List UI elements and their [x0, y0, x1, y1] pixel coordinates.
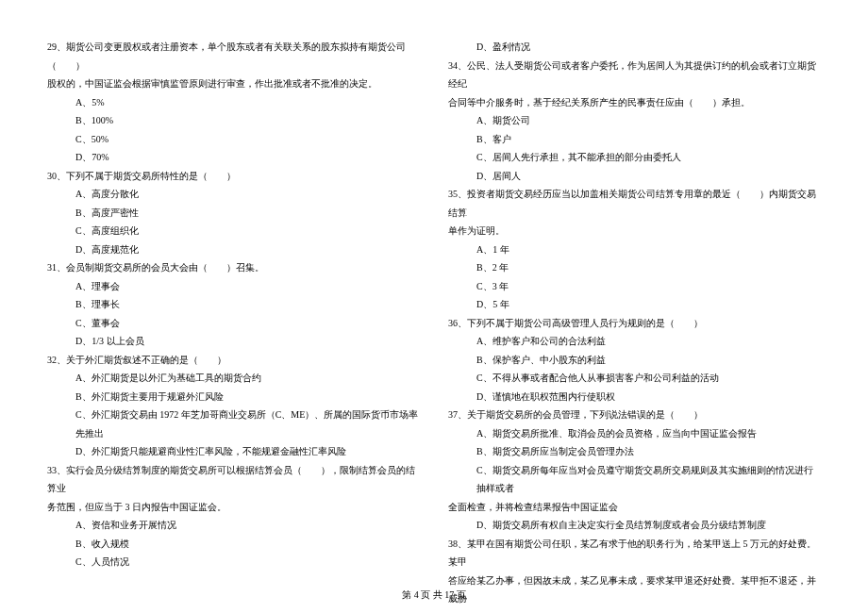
q35-opt-c: C、3 年 [448, 277, 821, 296]
q29-opt-d: D、70% [47, 148, 420, 167]
left-column: 29、期货公司变更股权或者注册资本，单个股东或者有关联关系的股东拟持有期货公司（… [47, 38, 420, 608]
q37-opt-a: A、期货交易所批准、取消会员的会员资格，应当向中国证监会报告 [448, 424, 821, 443]
q34-opt-d: D、居间人 [448, 167, 821, 186]
q30-opt-c: C、高度组织化 [47, 222, 420, 240]
q35-opt-b: B、2 年 [448, 258, 821, 277]
q35-opt-a: A、1 年 [448, 240, 821, 259]
q29-opt-b: B、100% [47, 111, 420, 130]
q29-line2: 股权的，中国证监会根据审慎监管原则进行审查，作出批准或者不批准的决定。 [47, 75, 420, 93]
q33-line2: 务范围，但应当于 3 日内报告中国证监会。 [47, 498, 420, 517]
q33-opt-b: B、收入规模 [47, 535, 420, 554]
q34-opt-c: C、居间人先行承担，其不能承担的部分由委托人 [448, 148, 821, 167]
q32-line1: 32、关于外汇期货叙述不正确的是（ ） [47, 351, 420, 370]
q36-opt-c: C、不得从事或者配合他人从事损害客户和公司利益的活动 [448, 369, 821, 388]
q30-opt-d: D、高度规范化 [47, 240, 420, 259]
q34-line1: 34、公民、法人受期货公司或者客户委托，作为居间人为其提供订约的机会或者订立期货… [448, 57, 821, 93]
page-footer: 第 4 页 共 17 页 [0, 588, 868, 602]
q31-opt-b: B、理事长 [47, 295, 420, 314]
q30-opt-b: B、高度严密性 [47, 204, 420, 223]
document-columns: 29、期货公司变更股权或者注册资本，单个股东或者有关联关系的股东拟持有期货公司（… [47, 38, 821, 608]
q37-opt-b: B、期货交易所应当制定会员管理办法 [448, 442, 821, 461]
q33-line1: 33、实行会员分级结算制度的期货交易所可以根据结算会员（ ），限制结算会员的结算… [47, 461, 420, 498]
q37-opt-c2: 全面检查，并将检查结果报告中国证监会 [448, 498, 821, 517]
q34-line2: 合同等中介服务时，基于经纪关系所产生的民事责任应由（ ）承担。 [448, 93, 821, 112]
q32-opt-d: D、外汇期货只能规避商业性汇率风险，不能规避金融性汇率风险 [47, 442, 420, 461]
q29-opt-a: A、5% [47, 93, 420, 112]
q33-opt-a: A、资信和业务开展情况 [47, 516, 420, 535]
q35-line2: 单作为证明。 [448, 222, 821, 240]
q31-opt-c: C、董事会 [47, 314, 420, 333]
q31-opt-a: A、理事会 [47, 277, 420, 296]
q36-opt-b: B、保护客户、中小股东的利益 [448, 351, 821, 370]
q37-line1: 37、关于期货交易所的会员管理，下列说法错误的是（ ） [448, 406, 821, 424]
q30-line1: 30、下列不属于期货交易所特性的是（ ） [47, 167, 420, 186]
q29-line1: 29、期货公司变更股权或者注册资本，单个股东或者有关联关系的股东拟持有期货公司（… [47, 38, 420, 75]
q37-opt-d: D、期货交易所有权自主决定实行全员结算制度或者会员分级结算制度 [448, 516, 821, 535]
q33-opt-c: C、人员情况 [47, 553, 420, 572]
q35-line1: 35、投资者期货交易经历应当以加盖相关期货公司结算专用章的最近（ ）内期货交易结… [448, 185, 821, 222]
q35-opt-d: D、5 年 [448, 295, 821, 314]
q32-opt-b: B、外汇期货主要用于规避外汇风险 [47, 388, 420, 406]
q29-opt-c: C、50% [47, 130, 420, 149]
q31-line1: 31、会员制期货交易所的会员大会由（ ）召集。 [47, 258, 420, 277]
q36-opt-a: A、维护客户和公司的合法利益 [448, 332, 821, 351]
q32-opt-a: A、外汇期货是以外汇为基础工具的期货合约 [47, 369, 420, 388]
q38-line1: 38、某甲在国有期货公司任职，某乙有求于他的职务行为，给某甲送上 5 万元的好处… [448, 535, 821, 572]
q33-opt-d: D、盈利情况 [448, 38, 821, 57]
q36-opt-d: D、谨慎地在职权范围内行使职权 [448, 388, 821, 406]
q32-opt-c: C、外汇期货交易由 1972 年芝加哥商业交易所（C、ME）、所属的国际货币市场… [47, 406, 420, 442]
q30-opt-a: A、高度分散化 [47, 185, 420, 204]
q36-line1: 36、下列不属于期货公司高级管理人员行为规则的是（ ） [448, 314, 821, 333]
right-column: D、盈利情况 34、公民、法人受期货公司或者客户委托，作为居间人为其提供订约的机… [448, 38, 821, 608]
q34-opt-a: A、期货公司 [448, 111, 821, 130]
q31-opt-d: D、1/3 以上会员 [47, 332, 420, 351]
q34-opt-b: B、客户 [448, 130, 821, 149]
q37-opt-c: C、期货交易所每年应当对会员遵守期货交易所交易规则及其实施细则的情况进行抽样或者 [448, 461, 821, 498]
